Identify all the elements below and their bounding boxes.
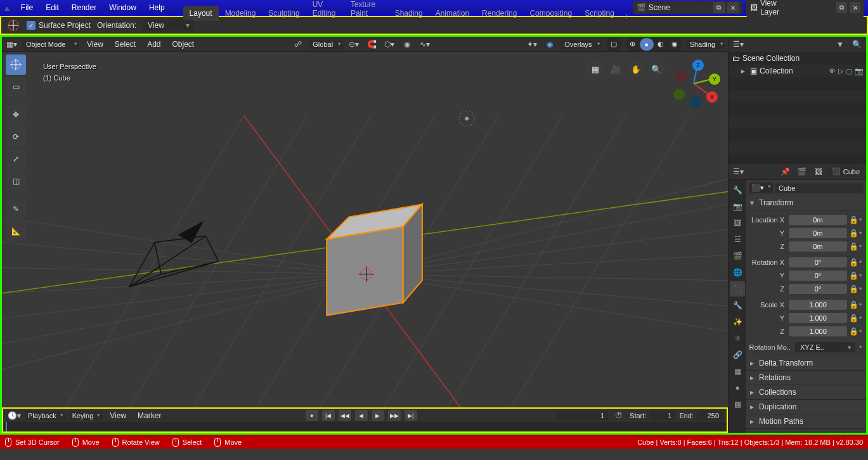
viewlayer-delete-icon[interactable]: ✕	[850, 2, 860, 13]
timeline-marker-menu[interactable]: Marker	[134, 411, 165, 420]
scale-tool-button[interactable]: ⤢	[6, 149, 26, 169]
collection-row[interactable]: ▸ ▣ Collection 👁 ▷ ▢ 📷	[729, 65, 866, 77]
rotate-tool-button[interactable]: ⟳	[6, 127, 26, 147]
tab-world-icon[interactable]: 🌐	[730, 265, 745, 280]
workspace-tab-uvediting[interactable]: UV Editing	[306, 0, 344, 21]
overlays-dropdown[interactable]: Overlays	[560, 40, 602, 49]
menu-help[interactable]: Help	[143, 0, 171, 15]
menu-file[interactable]: File	[15, 0, 39, 15]
play-icon[interactable]: ▶	[372, 410, 384, 421]
object-datablock-dropdown[interactable]: ⬛▾	[749, 182, 773, 193]
cursor-tool-button[interactable]	[6, 54, 26, 75]
jump-prev-icon[interactable]: ◀◀	[339, 410, 351, 421]
playback-menu[interactable]: Playback	[25, 411, 65, 420]
disable-icon[interactable]: ▢	[846, 67, 852, 75]
viewport-menu-add[interactable]: Add	[143, 40, 164, 49]
navigation-gizmo[interactable]: X Y Z	[670, 60, 718, 108]
workspace-tab-rendering[interactable]: Rendering	[476, 6, 523, 21]
measure-tool-button[interactable]: 📐	[6, 221, 26, 241]
pivot-icon[interactable]: ⊙▾	[347, 37, 361, 51]
pan-icon[interactable]: ✋	[628, 61, 644, 77]
viewport-menu-view[interactable]: View	[83, 40, 107, 49]
transform-tool-button[interactable]: ◫	[6, 171, 26, 191]
scene-delete-icon[interactable]: ✕	[727, 2, 739, 13]
menu-render[interactable]: Render	[65, 0, 103, 15]
outliner-filter-icon[interactable]: ▼	[833, 37, 847, 51]
workspace-tab-scripting[interactable]: Scripting	[578, 6, 621, 21]
jump-end-icon[interactable]: ▶|	[405, 410, 417, 421]
shading-dropdown[interactable]: Shading	[686, 40, 725, 49]
viewport-canvas[interactable]: User Perspective (1) Cube ▭ ✥ ⟳ ⤢ ◫ ✎ 📐 …	[2, 52, 728, 407]
delta-transform-header[interactable]: ▸Delta Transform	[746, 356, 866, 371]
rot-y-field[interactable]: 0°	[789, 271, 847, 281]
light-object[interactable]	[459, 111, 474, 126]
orientation-dropdown-header[interactable]: Global	[309, 40, 343, 49]
workspace-tab-modeling[interactable]: Modeling	[219, 6, 262, 21]
tab-texture-icon[interactable]: ▩	[730, 397, 745, 412]
scene-collection-row[interactable]: 🗁 Scene Collection	[729, 52, 866, 65]
proportional-toggle-icon[interactable]: ◉	[400, 37, 414, 51]
default-cube[interactable]	[327, 204, 422, 315]
scl-z-field[interactable]: 1.000	[789, 326, 847, 336]
loc-x-field[interactable]: 0m	[789, 215, 847, 225]
object-name-field[interactable]: Cube	[775, 183, 864, 193]
relations-header[interactable]: ▸Relations	[746, 371, 866, 385]
tab-physics-icon[interactable]: ⚛	[730, 331, 745, 346]
scene-crumb-icon[interactable]: 🎬	[795, 165, 809, 179]
select-tool-button[interactable]: ▭	[6, 77, 26, 97]
viewlayer-crumb-icon[interactable]: 🖼	[812, 165, 826, 179]
keying-menu[interactable]: Keying	[69, 411, 103, 420]
viewport-menu-object[interactable]: Object	[169, 40, 198, 49]
tab-data-icon[interactable]: ▦	[730, 364, 745, 379]
zoom-nav-icon[interactable]: 🔍	[648, 61, 664, 77]
tab-object-icon[interactable]: ⬛	[730, 281, 745, 297]
tab-render-icon[interactable]: 📷	[730, 199, 745, 214]
current-frame-field[interactable]: 1	[557, 411, 608, 420]
workspace-tab-shading[interactable]: Shading	[389, 6, 429, 21]
menu-edit[interactable]: Edit	[39, 0, 65, 15]
tab-viewlayer-icon[interactable]: ☱	[730, 232, 745, 247]
motion-paths-header[interactable]: ▸Motion Paths	[746, 414, 866, 429]
viewlayer-select[interactable]: 🖼 View Layer ⧉ ✕	[746, 0, 864, 17]
timeline-editor-icon[interactable]: 🕓▾	[7, 409, 21, 423]
mode-dropdown[interactable]: Object Mode	[22, 40, 79, 49]
rotation-mode-dropdown[interactable]: XYZ E..	[795, 342, 855, 352]
snap-dropdown-icon[interactable]: ⬡▾	[382, 37, 396, 51]
camera-view-icon[interactable]: 🎥	[607, 61, 624, 77]
shading-wire-icon[interactable]: ⊕	[626, 38, 640, 51]
workspace-tab-layout[interactable]: Layout	[183, 6, 219, 21]
scene-new-icon[interactable]: ⧉	[713, 2, 725, 13]
workspace-tab-texpaint[interactable]: Texture Paint	[344, 0, 389, 21]
select-icon[interactable]: ▷	[838, 67, 843, 75]
annotate-tool-button[interactable]: ✎	[6, 199, 26, 219]
transform-panel-header[interactable]: ▾ Transform	[746, 196, 866, 210]
show-gizmo-icon[interactable]: ✦▾	[525, 37, 539, 51]
object-crumb[interactable]: ⬛ Cube	[828, 166, 864, 177]
viewlayer-new-icon[interactable]: ⧉	[836, 2, 847, 13]
render-icon[interactable]: 📷	[855, 67, 864, 75]
end-frame-field[interactable]: 250	[697, 411, 723, 420]
outliner-editor-icon[interactable]: ☰▾	[731, 37, 745, 51]
jump-start-icon[interactable]: |◀	[322, 410, 335, 421]
viewport-menu-select[interactable]: Select	[111, 40, 139, 49]
timeclock-icon[interactable]: ⏱	[612, 409, 626, 423]
editor-type-icon[interactable]: ▦▾	[4, 37, 18, 51]
workspace-tab-compositing[interactable]: Compositing	[523, 6, 578, 21]
collections-header[interactable]: ▸Collections	[746, 385, 866, 400]
rot-z-field[interactable]: 0°	[789, 284, 847, 294]
shading-lookdev-icon[interactable]: ◐	[654, 38, 668, 51]
shading-solid-icon[interactable]: ●	[640, 38, 654, 51]
play-reverse-icon[interactable]: ◀	[355, 410, 368, 421]
workspace-tab-sculpting[interactable]: Sculpting	[262, 6, 306, 21]
timeline-view-menu[interactable]: View	[106, 411, 130, 420]
tab-material-icon[interactable]: ●	[730, 380, 745, 395]
rot-x-field[interactable]: 0°	[789, 257, 847, 267]
expand-icon[interactable]: ▸	[741, 67, 748, 75]
jump-next-icon[interactable]: ▶▶	[388, 410, 401, 421]
move-tool-button[interactable]: ✥	[6, 105, 26, 125]
timeline-ruler[interactable]	[3, 422, 727, 431]
overlays-toggle-icon[interactable]: ◉	[543, 37, 557, 51]
workspace-add-button[interactable]: +	[621, 12, 633, 21]
tab-constraints-icon[interactable]: 🔗	[730, 347, 745, 362]
tab-modifiers-icon[interactable]: 🔧	[730, 298, 745, 313]
